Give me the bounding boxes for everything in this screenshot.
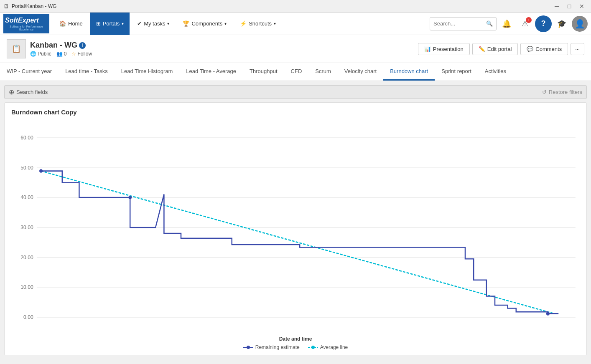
svg-point-15: [39, 169, 43, 173]
logo[interactable]: SoftExpert Software for Performance Exce…: [3, 14, 49, 33]
my-tasks-button[interactable]: ✔ My tasks ▾: [131, 13, 175, 35]
home-button[interactable]: 🏠 Home: [53, 13, 89, 35]
star-icon: ☆: [71, 51, 76, 57]
visibility-item: 🌐 Public: [30, 51, 51, 57]
close-button[interactable]: ✕: [576, 0, 588, 12]
comments-button[interactable]: 💬 Comments: [520, 43, 568, 55]
svg-text:40,00: 40,00: [20, 195, 33, 200]
legend-average-icon: [308, 345, 318, 350]
svg-text:30,00: 30,00: [20, 225, 33, 230]
logo-brand: SoftExpert: [5, 17, 48, 24]
minimize-button[interactable]: ─: [551, 0, 563, 12]
avatar[interactable]: 👤: [572, 16, 588, 32]
svg-text:20,00: 20,00: [20, 255, 33, 260]
svg-point-19: [247, 346, 250, 349]
chart-title: Burndown chart Copy: [11, 109, 580, 116]
tasks-check-icon: ✔: [137, 20, 142, 27]
maximize-button[interactable]: □: [563, 0, 575, 12]
legend-remaining: Remaining estimate: [243, 344, 300, 350]
restore-icon: ↺: [542, 89, 547, 95]
chart-x-axis-label: Date and time: [11, 336, 580, 342]
notification-bell-button[interactable]: 🔔: [498, 15, 515, 32]
filter-bar: ⊕ Search fields ↺ Restore filters: [4, 85, 587, 99]
tasks-arrow-icon: ▾: [167, 21, 169, 26]
tab-lead-average[interactable]: Lead Time - Average: [179, 63, 243, 81]
tab-wip[interactable]: WIP - Current year: [0, 63, 59, 81]
followers-item: 👥 0: [56, 51, 67, 57]
search-box[interactable]: 🔍: [430, 17, 497, 30]
follow-button[interactable]: ☆ Follow: [71, 51, 92, 57]
home-icon: 🏠: [59, 20, 66, 27]
portal-icon: 📋: [7, 39, 26, 58]
portals-arrow-icon: ▾: [122, 21, 124, 26]
portal-info: 📋 Kanban - WG i 🌐 Public 👥 0 ☆ Follow: [7, 39, 92, 58]
restore-filters-button[interactable]: ↺ Restore filters: [542, 89, 582, 95]
svg-point-17: [546, 312, 550, 316]
tab-sprint[interactable]: Sprint report: [435, 63, 478, 81]
followers-icon: 👥: [56, 51, 63, 57]
components-button[interactable]: 🏆 Components ▾: [177, 13, 232, 35]
svg-text:50,00: 50,00: [20, 165, 33, 171]
svg-text:0,00: 0,00: [23, 314, 33, 320]
portal-meta: 🌐 Public 👥 0 ☆ Follow: [30, 51, 92, 57]
burndown-chart-svg: 60,00 50,00 40,00 30,00 20,00 10,00 0,00: [11, 120, 580, 335]
portal-header: 📋 Kanban - WG i 🌐 Public 👥 0 ☆ Follow: [0, 35, 591, 63]
svg-text:10,00: 10,00: [20, 284, 33, 290]
shortcuts-button[interactable]: ⚡ Shortcuts ▾: [234, 13, 282, 35]
bell-icon: 🔔: [502, 19, 511, 28]
portal-actions: 📊 Presentation ✏️ Edit portal 💬 Comments…: [418, 43, 584, 55]
edit-portal-button[interactable]: ✏️ Edit portal: [472, 43, 518, 55]
components-trophy-icon: 🏆: [183, 20, 189, 27]
chart-legend: Remaining estimate Average line: [11, 344, 580, 350]
tab-throughput[interactable]: Throughput: [243, 63, 284, 81]
favicon-icon: 🖥: [3, 3, 9, 10]
more-button[interactable]: ···: [571, 43, 584, 55]
svg-text:60,00: 60,00: [20, 135, 33, 141]
avatar-image: 👤: [575, 19, 585, 29]
presentation-button[interactable]: 📊 Presentation: [418, 43, 470, 55]
legend-remaining-icon: [243, 345, 253, 350]
navbar: SoftExpert Software for Performance Exce…: [0, 13, 591, 35]
search-fields-button[interactable]: ⊕ Search fields: [9, 88, 48, 96]
info-icon[interactable]: i: [79, 42, 86, 49]
alert-button[interactable]: ⚠ 1: [517, 15, 533, 32]
tab-activities[interactable]: Activities: [478, 63, 513, 81]
tab-burndown[interactable]: Burndown chart: [383, 63, 435, 81]
portals-button[interactable]: ⊞ Portals ▾: [90, 13, 130, 35]
chart-panel: Burndown chart Copy 60,00 50,00 40,00 30…: [4, 102, 587, 355]
presentation-icon: 📊: [424, 46, 431, 52]
shortcuts-bolt-icon: ⚡: [240, 20, 247, 27]
window-controls[interactable]: ─ □ ✕: [551, 0, 588, 12]
portals-icon: ⊞: [96, 20, 101, 27]
svg-point-21: [311, 346, 315, 349]
alert-badge: 1: [526, 17, 532, 23]
legend-average: Average line: [308, 344, 348, 350]
edit-icon: ✏️: [479, 46, 485, 52]
plus-circle-icon: ⊕: [9, 88, 14, 96]
comment-icon: 💬: [527, 46, 533, 52]
portal-title: Kanban - WG: [30, 41, 77, 50]
tab-velocity[interactable]: Velocity chart: [338, 63, 383, 81]
content-area: ⊕ Search fields ↺ Restore filters Burndo…: [0, 81, 591, 362]
logo-tagline: Software for Performance Excellence: [5, 25, 48, 31]
help-button[interactable]: ?: [535, 15, 552, 32]
svg-line-14: [41, 171, 554, 314]
globe-icon: 🌐: [30, 51, 36, 57]
graduation-icon: 🎓: [557, 19, 566, 28]
tab-scrum[interactable]: Scrum: [308, 63, 338, 81]
search-icon: 🔍: [486, 20, 493, 27]
help-icon: ?: [541, 19, 546, 28]
graduation-button[interactable]: 🎓: [553, 15, 570, 32]
tabs-bar: WIP - Current year Lead time - Tasks Lea…: [0, 63, 591, 81]
tab-lead-tasks[interactable]: Lead time - Tasks: [59, 63, 115, 81]
title-bar-title: 🖥 Portal/Kanban - WG: [3, 3, 56, 10]
shortcuts-arrow-icon: ▾: [274, 21, 276, 26]
chart-container: 60,00 50,00 40,00 30,00 20,00 10,00 0,00: [11, 120, 580, 335]
tab-cfd[interactable]: CFD: [284, 63, 309, 81]
svg-point-16: [128, 196, 132, 200]
components-arrow-icon: ▾: [224, 21, 227, 26]
title-bar: 🖥 Portal/Kanban - WG ─ □ ✕: [0, 0, 591, 13]
search-input[interactable]: [433, 20, 486, 27]
tab-lead-histogram[interactable]: Lead Time Histogram: [115, 63, 180, 81]
portal-kanban-icon: 📋: [12, 44, 21, 53]
